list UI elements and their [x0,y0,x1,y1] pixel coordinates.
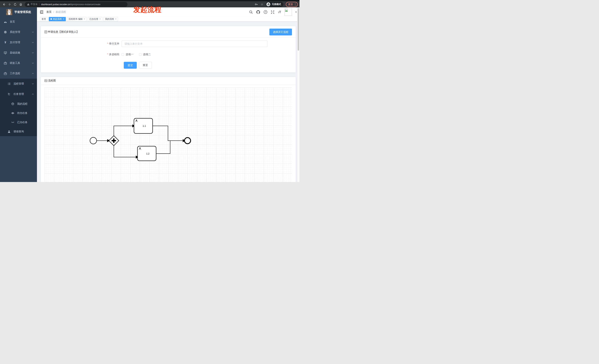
url-domain: dashboard.yudao.iocoder.cn [41,3,70,6]
flow-gateway-to-task2 [114,146,136,157]
url-divider [39,3,39,6]
tab-my-process[interactable]: 我的流程 × [104,17,118,21]
sidebar-item-system[interactable]: 系统管理 [0,27,37,37]
tab-start-process[interactable]: 发起流程 × [49,17,66,21]
sidebar-item-process-mgmt[interactable]: 流程管理 [0,79,37,89]
scrollbar-thumb[interactable] [298,8,299,51]
dashboard-icon [4,20,7,23]
font-size-icon[interactable]: TT [278,10,281,14]
briefcase-icon [4,62,7,65]
form-actions: 提交 重置 [124,62,296,69]
checkbox-group: 选项一 选项二 [122,53,151,56]
page-content: 申请信息【测试多审批人】 选择其它流程 *单行文本 *多选框组 [37,22,300,182]
app-header: 首页 / 发起流程 ? [37,7,300,17]
sidebar-item-label: 待办任务 [17,111,34,115]
browser-update-button[interactable]: 更新 [286,2,298,7]
sidebar-item-label: 已办任务 [17,121,34,124]
bookmark-star-icon[interactable]: ☆ [261,3,263,6]
chevron-up-icon [32,93,34,95]
back-icon [3,3,6,6]
person-icon [8,130,10,133]
forward-button[interactable] [7,2,12,7]
key-icon[interactable] [255,3,258,6]
text-field-row: *单行文本 [41,40,296,47]
picture-icon [44,79,47,82]
sidebar-item-task-mgmt[interactable]: 任务管理 [0,89,37,99]
sidebar-item-infra[interactable]: 基础设施 [0,48,37,58]
tab-close-icon[interactable]: × [115,18,116,20]
submit-button[interactable]: 提交 [124,62,137,69]
app-title: 芋道管理系统 [14,10,31,14]
avatar-caret-icon[interactable]: ▾ [295,11,297,13]
tab-home[interactable]: 首页 [40,17,48,21]
sidebar-item-home[interactable]: 首页 [0,17,37,27]
chevron-down-icon [32,52,34,54]
tab-close-icon[interactable]: × [63,18,64,20]
tab-close-icon[interactable]: × [99,18,101,20]
url-bar[interactable]: 不安全 dashboard.yudao.iocoder.cn/bpm/proce… [25,2,127,7]
flow-task2-to-end [156,141,170,153]
sidebar-logo[interactable]: 芋道管理系统 [0,7,37,17]
checkbox-field-label: *多选框组 [41,53,122,56]
help-icon[interactable]: ? [264,10,267,14]
sidebar-item-leave-query[interactable]: 请假查询 [0,127,37,136]
bpmn-user-task-1: 1.1 [134,118,153,134]
task2-label: 1.2 [146,152,149,155]
breadcrumb-home[interactable]: 首页 [46,10,52,14]
flow-diagram-header: 流程图 [41,77,296,85]
robot-face-icon [11,102,14,105]
sidebar-item-label: 首页 [10,20,34,24]
tab-close-icon[interactable]: × [84,18,85,20]
checkbox-option-2[interactable]: 选项二 [139,53,151,56]
page-scrollbar[interactable] [297,7,300,182]
tab-label: 首页 [42,17,46,21]
flow-diagram-title: 流程图 [44,79,56,82]
flow-diagram-card: 流程图 [41,77,296,182]
document-icon [44,30,47,34]
reload-icon [14,3,17,6]
incognito-badge: 无痕模式 [266,2,283,7]
breadcrumb-current: 发起流程 [56,10,66,14]
tab-label: 发起流程 [53,17,62,21]
browser-actions: ☆ 无痕模式 更新 [255,2,298,7]
url-path: /bpm/process-instance/create [70,3,100,6]
checkbox-option-1[interactable]: 选项一 [122,53,133,56]
github-icon[interactable] [256,10,260,14]
sidebar-item-payment[interactable]: ¥ 支付管理 [0,37,37,48]
back-button[interactable] [2,2,6,7]
tab-form-edit[interactable]: 流程表单-编辑 × [67,17,87,21]
sidebar-item-label: 请假查询 [13,130,34,133]
single-line-text-input[interactable] [122,40,268,47]
browser-tabstrip [0,0,300,1]
sidebar-item-done-tasks[interactable]: 已办任务 [0,118,37,127]
bpmn-diagram: 1.1 1.2 [44,87,291,182]
checkbox-icon[interactable] [139,53,141,56]
sidebar-item-label: 工作流程 [10,72,32,75]
sidebar-collapse-icon[interactable] [40,10,44,14]
search-icon[interactable] [249,10,253,14]
reset-button[interactable]: 重置 [139,62,152,69]
checkbox-icon[interactable] [122,53,124,56]
chevron-down-icon [32,31,34,33]
flow-task1-to-end [153,126,183,141]
security-label[interactable]: 不安全 [31,3,38,6]
tabs-bar: 首页 发起流程 × 流程表单-编辑 × 已办任务 × 我的流程 × [37,17,300,22]
reload-button[interactable] [13,2,17,7]
tab-label: 流程表单-编辑 [69,17,83,21]
sidebar-item-my-process[interactable]: 我的流程 [0,99,37,109]
choose-other-process-button[interactable]: 选择其它流程 [269,29,292,35]
tab-done-tasks[interactable]: 已办任务 × [88,17,102,21]
fullscreen-icon[interactable] [271,10,274,14]
bpmn-canvas[interactable]: 1.1 1.2 [44,87,292,182]
sidebar-item-devtools[interactable]: 研发工具 [0,58,37,68]
branch-icon [8,93,10,96]
apply-info-header: 申请信息【测试多审批人】 选择其它流程 [41,26,296,38]
browser-menu-icon[interactable] [295,3,295,6]
svg-text:?: ? [265,11,266,13]
sidebar-item-label: 流程管理 [13,82,32,85]
avatar[interactable] [284,8,292,16]
home-button[interactable] [18,2,23,7]
sidebar-item-todo-tasks[interactable]: 待办任务 [0,109,37,118]
sidebar-item-workflow[interactable]: 工作流程 [0,68,37,79]
sidebar: 芋道管理系统 首页 系统管理 ¥ 支付管理 [0,7,37,182]
